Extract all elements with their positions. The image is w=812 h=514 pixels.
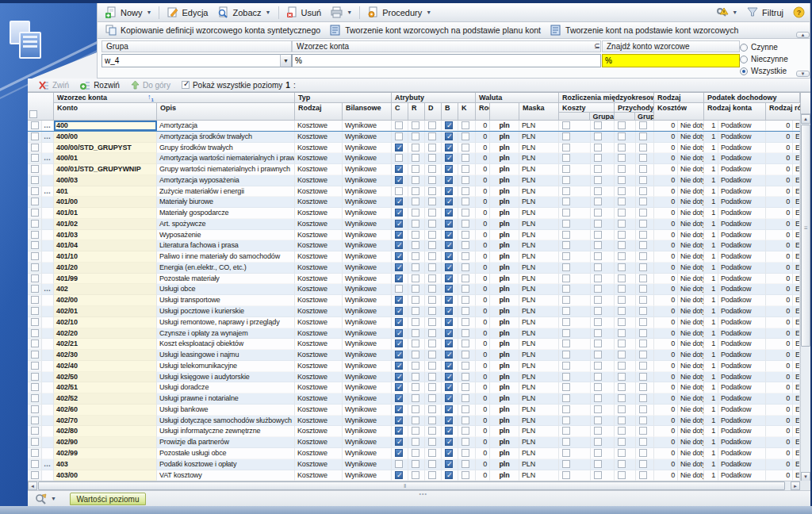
row-select-checkbox[interactable] [31, 449, 39, 457]
attr-r-checkbox[interactable] [412, 132, 419, 140]
row-select-checkbox[interactable] [31, 318, 39, 326]
rm-przychody-checkbox[interactable] [618, 383, 626, 391]
attr-c-checkbox[interactable] [395, 351, 403, 359]
cell-bilansowe[interactable]: Wynikowe [343, 416, 392, 427]
attr-r-checkbox[interactable] [412, 449, 419, 457]
table-row[interactable]: …400/01Amortyzacja wartości niematerialn… [28, 153, 800, 164]
table-row[interactable]: 400/03Amortyzacja wyposażeniaKosztoweWyn… [28, 175, 800, 186]
rm-koszty-grupa-checkbox[interactable] [594, 296, 602, 304]
cell-rodzaj-konta-opis[interactable]: Podatkow [718, 251, 766, 263]
cell-opis[interactable]: Amortyzacja wyposażenia [157, 175, 295, 186]
cell-rodzaj-konta[interactable]: 1 [704, 295, 718, 306]
row-select-checkbox[interactable] [31, 471, 39, 479]
rm-koszty-grupa-checkbox[interactable] [594, 198, 602, 205]
attr-k-checkbox[interactable] [462, 471, 469, 479]
cell-rodzaj-kosztow-opis[interactable]: Nie dotyc [678, 175, 704, 186]
rm-koszty-checkbox[interactable] [562, 318, 570, 326]
row-select-checkbox[interactable] [31, 285, 39, 293]
cell-bilansowe[interactable]: Wynikowe [343, 306, 392, 317]
attr-k-checkbox[interactable] [462, 416, 469, 424]
cell-konto[interactable]: 400/01 [54, 153, 157, 164]
cell-waluta-kod[interactable]: pln [490, 405, 519, 416]
cell-rodzaj[interactable]: Kosztowe [295, 317, 343, 328]
table-row[interactable]: 402/10Usługi remontowe, naprawy i przegl… [28, 317, 800, 328]
row-select-checkbox[interactable] [31, 132, 39, 140]
cell-opis[interactable]: Pozostałe materiały [157, 274, 295, 285]
cell-opis[interactable]: Grupy wartości niematerialnych i prawnyc… [157, 164, 295, 175]
cell-rodzaj-konta-opis[interactable]: Podatkow [718, 470, 766, 481]
rm-koszty-grupa-checkbox[interactable] [594, 339, 602, 347]
cell-waluta-kod[interactable]: pln [490, 470, 519, 481]
rm-przychody-grupa-checkbox[interactable] [639, 274, 647, 282]
cell-rodzaj-roznic-opis[interactable]: E [793, 219, 800, 230]
copy-definition-button[interactable]: Kopiowanie definicji wzorcowego konta sy… [101, 23, 325, 38]
attr-b-checkbox[interactable] [445, 209, 453, 217]
rm-koszty-grupa-checkbox[interactable] [594, 187, 602, 195]
cell-konto[interactable]: 401 [54, 186, 157, 198]
attr-r-checkbox[interactable] [412, 198, 419, 205]
row-select-checkbox[interactable] [31, 252, 39, 260]
cell-rodzaj-konta-opis[interactable]: Podatkow [718, 426, 766, 437]
rm-przychody-checkbox[interactable] [618, 405, 626, 413]
cell-rodzaj-konta[interactable]: 1 [704, 437, 718, 448]
cell-waluta-kod[interactable]: pln [490, 350, 519, 361]
cell-rodzaj-roznic-opis[interactable]: E [793, 153, 800, 164]
cell-rodzaj-kosztow-opis[interactable]: Nie dotyc [678, 132, 704, 143]
attr-d-checkbox[interactable] [428, 154, 436, 162]
cell-rodzaj-konta[interactable]: 1 [704, 175, 718, 186]
attr-r-checkbox[interactable] [412, 460, 419, 468]
cell-waluta-kod[interactable]: pln [490, 416, 519, 427]
rm-koszty-checkbox[interactable] [562, 209, 570, 217]
rm-koszty-grupa-checkbox[interactable] [594, 307, 602, 315]
attr-k-checkbox[interactable] [462, 438, 469, 446]
attr-d-checkbox[interactable] [428, 416, 436, 424]
attr-k-checkbox[interactable] [462, 351, 469, 359]
attr-k-checkbox[interactable] [462, 231, 469, 239]
help-button[interactable]: ? [788, 5, 810, 20]
cell-opis[interactable]: Usługi remontowe, naprawy i przeglądy [157, 317, 295, 328]
cell-rodzaj-roznic-opis[interactable]: E [793, 459, 800, 470]
cell-waluta-rodzaj[interactable]: 0 [476, 143, 490, 154]
cell-waluta-rodzaj[interactable]: 0 [476, 372, 490, 383]
row-select-checkbox[interactable] [31, 394, 39, 402]
cell-waluta-kod[interactable]: pln [490, 426, 519, 437]
group-header-wzorzec-konta[interactable]: Wzorzec konta ↑1 [54, 93, 295, 103]
cell-rodzaj-roznic-opis[interactable]: E [793, 164, 800, 175]
cell-rodzaj-kosztow-opis[interactable]: Nie dotyc [678, 339, 704, 350]
cell-rodzaj[interactable]: Kosztowe [295, 361, 343, 372]
cell-maska[interactable]: PLN [519, 230, 559, 241]
sort-ascending-icon[interactable]: ↑1 [147, 93, 154, 102]
cell-waluta-kod[interactable]: pln [490, 361, 519, 372]
rm-przychody-checkbox[interactable] [618, 339, 626, 347]
row-expander[interactable]: … [42, 186, 54, 198]
cell-rodzaj-kosztow[interactable]: 0 [654, 219, 678, 230]
select-all-checkbox[interactable] [29, 110, 37, 118]
cell-rodzaj-konta-opis[interactable]: Podatkow [718, 295, 766, 306]
attr-c-checkbox[interactable] [395, 209, 403, 217]
cell-opis[interactable]: Usługi leasingowe i najmu [157, 350, 295, 361]
rm-koszty-grupa-checkbox[interactable] [594, 438, 602, 446]
attr-r-checkbox[interactable] [412, 394, 419, 402]
cell-rodzaj-kosztow[interactable]: 0 [654, 437, 678, 448]
cell-waluta-rodzaj[interactable]: 0 [476, 197, 490, 208]
cell-rodzaj-konta[interactable]: 1 [704, 405, 718, 416]
cell-rodzaj-roznic[interactable]: 0 [766, 197, 793, 208]
attr-b-checkbox[interactable] [445, 329, 453, 337]
cell-rodzaj-konta-opis[interactable]: Podatkow [718, 175, 766, 186]
rm-koszty-grupa-checkbox[interactable] [594, 449, 602, 457]
cell-rodzaj[interactable]: Kosztowe [295, 219, 343, 230]
attr-r-checkbox[interactable] [412, 438, 419, 446]
cell-rodzaj-konta-opis[interactable]: Podatkow [718, 339, 766, 350]
cell-rodzaj-konta[interactable]: 1 [704, 328, 718, 339]
attr-k-checkbox[interactable] [462, 121, 469, 129]
row-select-checkbox[interactable] [31, 241, 39, 249]
rm-koszty-grupa-checkbox[interactable] [594, 165, 602, 173]
attr-d-checkbox[interactable] [428, 449, 436, 457]
cell-waluta-rodzaj[interactable]: 0 [476, 153, 490, 164]
group-dropdown-button[interactable]: ▼ [280, 54, 292, 67]
table-row[interactable]: 402/70Usługi dotyczące samochodów służbo… [28, 416, 800, 427]
cell-rodzaj[interactable]: Kosztowe [295, 372, 343, 383]
cell-waluta-rodzaj[interactable]: 0 [476, 132, 490, 143]
group-header-rozliczenia[interactable]: Rozliczenia międzyokresowe [559, 93, 654, 103]
cell-waluta-rodzaj[interactable]: 0 [476, 470, 490, 481]
